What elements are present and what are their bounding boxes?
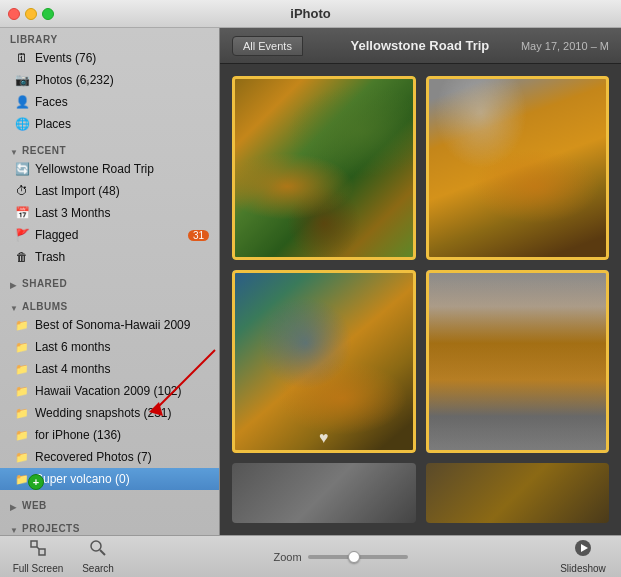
web-disclosure[interactable] xyxy=(10,501,20,511)
places-icon: 🌐 xyxy=(14,116,30,132)
photo-heart-icon: ♥ xyxy=(319,429,329,447)
sidebar-super-volcano-label: Super volcano (0) xyxy=(35,472,209,486)
photo-grid: ♥ xyxy=(220,64,621,535)
sidebar-faces-label: Faces xyxy=(35,95,209,109)
zoom-label: Zoom xyxy=(273,551,301,563)
photo-2-detail xyxy=(426,76,610,260)
sidebar-best-sonoma-label: Best of Sonoma-Hawaii 2009 xyxy=(35,318,209,332)
photos-icon: 📷 xyxy=(14,72,30,88)
slideshow-button[interactable]: Slideshow xyxy=(553,538,613,576)
web-section-header: WEB xyxy=(0,494,219,513)
sidebar-item-hawaii[interactable]: 📁 Hawaii Vacation 2009 (102) xyxy=(0,380,219,402)
content-date: May 17, 2010 – M xyxy=(521,40,609,52)
last-6months-icon: 📁 xyxy=(14,339,30,355)
sidebar-item-faces[interactable]: 👤 Faces xyxy=(0,91,219,113)
sidebar-item-photos[interactable]: 📷 Photos (6,232) xyxy=(0,69,219,91)
full-screen-label: Full Screen xyxy=(13,563,64,574)
faces-icon: 👤 xyxy=(14,94,30,110)
photo-5-partial[interactable] xyxy=(232,463,416,523)
title-bar: iPhoto xyxy=(0,0,621,28)
sidebar-trash-label: Trash xyxy=(35,250,209,264)
sidebar-last-3months-label: Last 3 Months xyxy=(35,206,209,220)
content-header: All Events Yellowstone Road Trip May 17,… xyxy=(220,28,621,64)
sidebar-wedding-label: Wedding snapshots (231) xyxy=(35,406,209,420)
shared-section-header: SHARED xyxy=(0,272,219,291)
flagged-icon: 🚩 xyxy=(14,227,30,243)
recent-disclosure[interactable] xyxy=(10,146,20,156)
app-body: LIBRARY 🗓 Events (76) 📷 Photos (6,232) 👤… xyxy=(0,28,621,535)
wedding-icon: 📁 xyxy=(14,405,30,421)
sidebar-photos-label: Photos (6,232) xyxy=(35,73,209,87)
sidebar-item-events[interactable]: 🗓 Events (76) xyxy=(0,47,219,69)
content-title: Yellowstone Road Trip xyxy=(319,38,521,53)
sidebar-item-last-import[interactable]: ⏱ Last Import (48) xyxy=(0,180,219,202)
zoom-thumb[interactable] xyxy=(348,551,360,563)
albums-disclosure[interactable] xyxy=(10,302,20,312)
flagged-badge: 31 xyxy=(188,230,209,241)
sidebar-item-last-4months[interactable]: 📁 Last 4 months xyxy=(0,358,219,380)
trash-icon: 🗑 xyxy=(14,249,30,265)
svg-line-6 xyxy=(100,550,105,555)
projects-disclosure[interactable] xyxy=(10,524,20,534)
events-icon: 🗓 xyxy=(14,50,30,66)
sidebar-item-flagged[interactable]: 🚩 Flagged 31 xyxy=(0,224,219,246)
sidebar-item-super-volcano[interactable]: 📁 Super volcano (0) + xyxy=(0,468,219,490)
photo-1[interactable] xyxy=(232,76,416,260)
last-3months-icon: 📅 xyxy=(14,205,30,221)
content-area: All Events Yellowstone Road Trip May 17,… xyxy=(220,28,621,535)
svg-line-4 xyxy=(37,547,39,549)
sidebar-item-trash[interactable]: 🗑 Trash xyxy=(0,246,219,268)
sidebar: LIBRARY 🗓 Events (76) 📷 Photos (6,232) 👤… xyxy=(0,28,220,535)
full-screen-icon xyxy=(29,539,47,561)
minimize-button[interactable] xyxy=(25,8,37,20)
svg-rect-3 xyxy=(39,549,45,555)
projects-section-header: PROJECTS xyxy=(0,517,219,535)
hawaii-icon: 📁 xyxy=(14,383,30,399)
photo-3[interactable]: ♥ xyxy=(232,270,416,454)
last-4months-icon: 📁 xyxy=(14,361,30,377)
recovered-icon: 📁 xyxy=(14,449,30,465)
close-button[interactable] xyxy=(8,8,20,20)
photo-2[interactable] xyxy=(426,76,610,260)
sidebar-item-last-6months[interactable]: 📁 Last 6 months xyxy=(0,336,219,358)
photo-6-partial[interactable] xyxy=(426,463,610,523)
sidebar-iphone-label: for iPhone (136) xyxy=(35,428,209,442)
iphone-icon: 📁 xyxy=(14,427,30,443)
sidebar-item-best-sonoma[interactable]: 📁 Best of Sonoma-Hawaii 2009 xyxy=(0,314,219,336)
albums-section-header: ALBUMS xyxy=(0,295,219,314)
sidebar-flagged-label: Flagged xyxy=(35,228,188,242)
sidebar-last-6months-label: Last 6 months xyxy=(35,340,209,354)
best-sonoma-icon: 📁 xyxy=(14,317,30,333)
sidebar-item-last-3months[interactable]: 📅 Last 3 Months xyxy=(0,202,219,224)
slideshow-icon xyxy=(574,539,592,561)
sidebar-recovered-label: Recovered Photos (7) xyxy=(35,450,209,464)
sidebar-item-places[interactable]: 🌐 Places xyxy=(0,113,219,135)
sidebar-places-label: Places xyxy=(35,117,209,131)
svg-point-5 xyxy=(91,541,101,551)
search-button[interactable]: Search xyxy=(68,538,128,576)
traffic-lights xyxy=(8,8,54,20)
window-title: iPhoto xyxy=(290,6,330,21)
zoom-slider[interactable] xyxy=(308,555,408,559)
sidebar-item-recovered[interactable]: 📁 Recovered Photos (7) xyxy=(0,446,219,468)
photo-3-detail xyxy=(232,270,416,454)
maximize-button[interactable] xyxy=(42,8,54,20)
sidebar-yellowstone-label: Yellowstone Road Trip xyxy=(35,162,209,176)
search-label: Search xyxy=(82,563,114,574)
photo-4[interactable] xyxy=(426,270,610,454)
recent-section-header: RECENT xyxy=(0,139,219,158)
all-events-button[interactable]: All Events xyxy=(232,36,303,56)
photo-4-detail xyxy=(426,270,610,454)
photo-1-detail xyxy=(232,76,416,260)
sidebar-item-iphone[interactable]: 📁 for iPhone (136) xyxy=(0,424,219,446)
slideshow-label: Slideshow xyxy=(560,563,606,574)
svg-rect-2 xyxy=(31,541,37,547)
full-screen-button[interactable]: Full Screen xyxy=(8,538,68,576)
toolbar: Full Screen Search Zoom Slideshow xyxy=(0,535,621,577)
zoom-area: Zoom xyxy=(128,551,553,563)
drag-plus-badge: + xyxy=(28,474,44,490)
sidebar-item-wedding[interactable]: 📁 Wedding snapshots (231) xyxy=(0,402,219,424)
shared-disclosure[interactable] xyxy=(10,279,20,289)
sidebar-item-yellowstone[interactable]: 🔄 Yellowstone Road Trip xyxy=(0,158,219,180)
search-icon xyxy=(89,539,107,561)
